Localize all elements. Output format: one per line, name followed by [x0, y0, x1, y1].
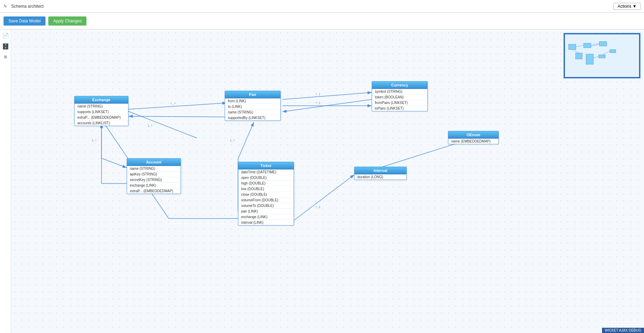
- svg-line-22: [383, 141, 463, 167]
- oenum-header: OEnum: [448, 131, 498, 139]
- debug-bar: WICKET AJAX DEBUG: [602, 328, 644, 333]
- svg-line-30: [603, 51, 610, 55]
- minimap-inner: [564, 34, 640, 78]
- exchange-header: Exchange: [75, 96, 128, 104]
- exchange-field-3: extraP... (EMBEDDEDMAP): [75, 115, 128, 120]
- file-icon[interactable]: 📄: [2, 32, 9, 39]
- svg-line-20: [289, 175, 354, 224]
- interval-header: Interval: [355, 167, 406, 174]
- account-field-3: secretKey (STRING): [127, 177, 181, 183]
- pair-header: Pair: [225, 91, 280, 98]
- svg-line-4: [128, 116, 226, 117]
- header: ✎ Schema architect Actions ▼: [0, 0, 644, 13]
- exchange-entity[interactable]: Exchange name (STRING) supports (LINKSET…: [74, 96, 128, 126]
- apply-changes-button[interactable]: Apply Changes: [48, 16, 86, 26]
- app-icon: ✎: [4, 4, 7, 9]
- exchange-field-2: supports (LINKSET): [75, 109, 128, 115]
- svg-text:*..1: *..1: [316, 205, 321, 209]
- account-field-1: name (STRING): [127, 166, 181, 172]
- toolbar: Save Data Model Apply Changes: [0, 13, 644, 29]
- currency-entity[interactable]: Currency symbol (STRING) token (BOOLEAN)…: [372, 81, 428, 111]
- svg-text:*...*: *...*: [170, 102, 176, 105]
- ticker-field-6: volumeFrom (DOUBLE): [238, 197, 294, 203]
- ticker-header: Ticker: [238, 162, 294, 169]
- currency-header: Currency: [372, 82, 427, 89]
- account-header: Account: [127, 159, 181, 166]
- minimap: [564, 33, 640, 78]
- svg-line-29: [594, 56, 598, 58]
- account-field-5: extraP... (EMBEDDEDMAP): [127, 188, 181, 194]
- svg-line-11: [102, 158, 127, 168]
- app-title: Schema architect: [11, 4, 611, 9]
- layers-icon[interactable]: ≡: [4, 54, 7, 60]
- currency-field-4: toPairs (LINKSET): [372, 106, 427, 111]
- svg-line-23: [128, 111, 197, 138]
- exchange-field-4: accounts (LINKLIST): [75, 120, 128, 126]
- currency-field-2: token (BOOLEAN): [372, 95, 427, 100]
- oenum-field-1: name (EMBEDDEDMAP): [448, 139, 498, 144]
- actions-button[interactable]: Actions ▼: [614, 3, 640, 10]
- svg-text:1..*: 1..*: [148, 124, 153, 127]
- pair-field-3: name (STRING): [225, 110, 280, 115]
- account-entity[interactable]: Account name (STRING) apiKey (STRING) se…: [127, 158, 181, 194]
- connections-svg: *...* *..1 *..1 1..* 1..*: [11, 29, 644, 333]
- sidebar: 📄 🗄️ ≡: [0, 29, 11, 333]
- svg-text:1..*: 1..*: [92, 139, 97, 142]
- ticker-field-1: dateTime (DATETIME): [238, 169, 294, 175]
- ticker-field-4: low (DOUBLE): [238, 186, 294, 192]
- ticker-entity[interactable]: Ticker dateTime (DATETIME) open (DOUBLE)…: [238, 162, 294, 226]
- svg-line-5: [282, 92, 372, 99]
- ticker-field-7: volumeTo (DOUBLE): [238, 203, 294, 209]
- currency-field-1: symbol (STRING): [372, 89, 427, 95]
- svg-line-28: [572, 50, 579, 53]
- svg-line-26: [591, 43, 599, 45]
- ticker-field-3: high (DOUBLE): [238, 181, 294, 186]
- save-data-model-button[interactable]: Save Data Model: [4, 16, 46, 26]
- svg-line-25: [576, 45, 583, 47]
- pair-field-2: to (LINK): [225, 104, 280, 110]
- svg-line-27: [591, 44, 599, 46]
- interval-field-1: duration (LONG): [355, 174, 406, 180]
- svg-text:1..*: 1..*: [230, 139, 235, 142]
- main-area: 📄 🗄️ ≡ *...* *..1: [0, 29, 644, 333]
- svg-text:*..1: *..1: [316, 101, 321, 105]
- ticker-field-8: pair (LINK): [238, 209, 294, 214]
- pair-field-1: from (LINK): [225, 98, 280, 104]
- currency-field-3: fromPairs (LINKSET): [372, 100, 427, 106]
- svg-text:*..1: *..1: [316, 92, 321, 96]
- account-field-4: exchange (LINK): [127, 183, 181, 188]
- ticker-field-5: close (DOUBLE): [238, 192, 294, 197]
- ticker-field-10: interval (LINK): [238, 220, 294, 225]
- exchange-field-1: name (STRING): [75, 104, 128, 109]
- svg-line-9: [282, 99, 372, 112]
- account-field-2: apiKey (STRING): [127, 172, 181, 177]
- svg-line-2: [128, 103, 226, 109]
- database-icon[interactable]: 🗄️: [2, 43, 9, 50]
- svg-line-16: [238, 122, 254, 159]
- interval-entity[interactable]: Interval duration (LONG): [354, 167, 407, 180]
- pair-entity[interactable]: Pair from (LINK) to (LINK) name (STRING)…: [225, 91, 281, 121]
- pair-field-4: supportedBy (LINKSET): [225, 115, 280, 120]
- canvas-container[interactable]: *...* *..1 *..1 1..* 1..*: [11, 29, 644, 333]
- ticker-field-9: exchange (LINK): [238, 214, 294, 220]
- oenum-entity[interactable]: OEnum name (EMBEDDEDMAP): [448, 131, 499, 144]
- ticker-field-2: open (DOUBLE): [238, 175, 294, 181]
